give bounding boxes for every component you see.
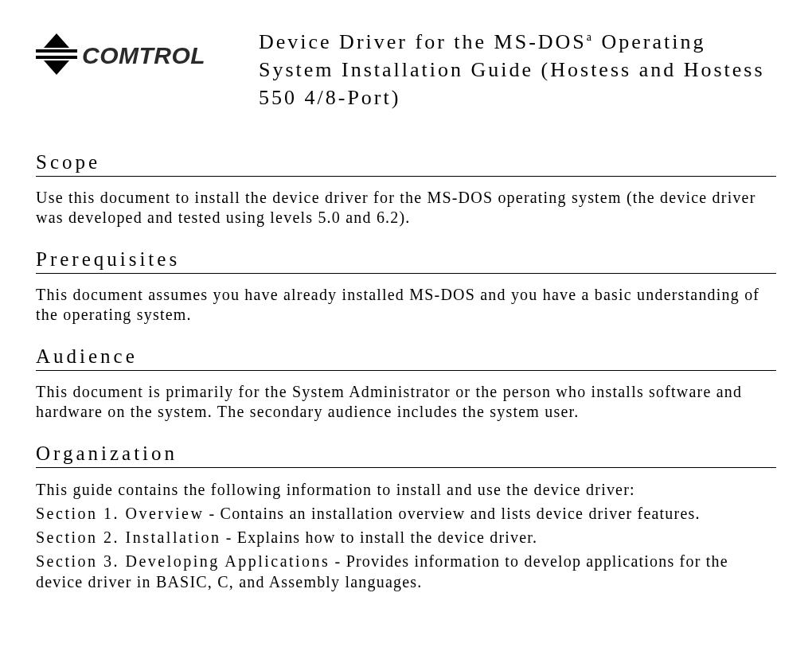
section-2-desc: - Explains how to install the device dri… [221,528,537,546]
audience-body: This document is primarily for the Syste… [36,382,776,422]
svg-marker-3 [44,60,69,75]
svg-marker-2 [44,33,69,48]
logo-arrows-icon [36,33,77,75]
section-3-label: Section 3. Developing Applications [36,552,330,570]
title-footnote-marker: a [587,31,594,43]
scope-heading: Scope [36,151,776,177]
prerequisites-heading: Prerequisites [36,248,776,274]
comtrol-logo: COMTROL [36,32,243,83]
organization-heading: Organization [36,443,776,468]
organization-item-1: Section 1. Overview - Contains an instal… [36,503,776,524]
document-header: COMTROL Device Driver for the MS-DOSa Op… [36,28,776,111]
organization-intro: This guide contains the following inform… [36,479,776,500]
title-prefix: Device Driver for the MS-DOS [259,30,587,53]
document-title: Device Driver for the MS-DOSa Operating … [259,28,776,111]
svg-rect-0 [36,49,77,53]
organization-item-3: Section 3. Developing Applications - Pro… [36,551,776,592]
section-1-desc: - Contains an installation overview and … [204,505,700,522]
section-1-label: Section 1. Overview [36,505,204,522]
section-2-label: Section 2. Installation [36,528,221,546]
organization-item-2: Section 2. Installation - Explains how t… [36,527,776,548]
prerequisites-body: This document assumes you have already i… [36,285,776,325]
brand-name: COMTROL [82,42,205,68]
scope-body: Use this document to install the device … [36,188,776,228]
svg-rect-1 [36,56,77,59]
audience-heading: Audience [36,345,776,371]
